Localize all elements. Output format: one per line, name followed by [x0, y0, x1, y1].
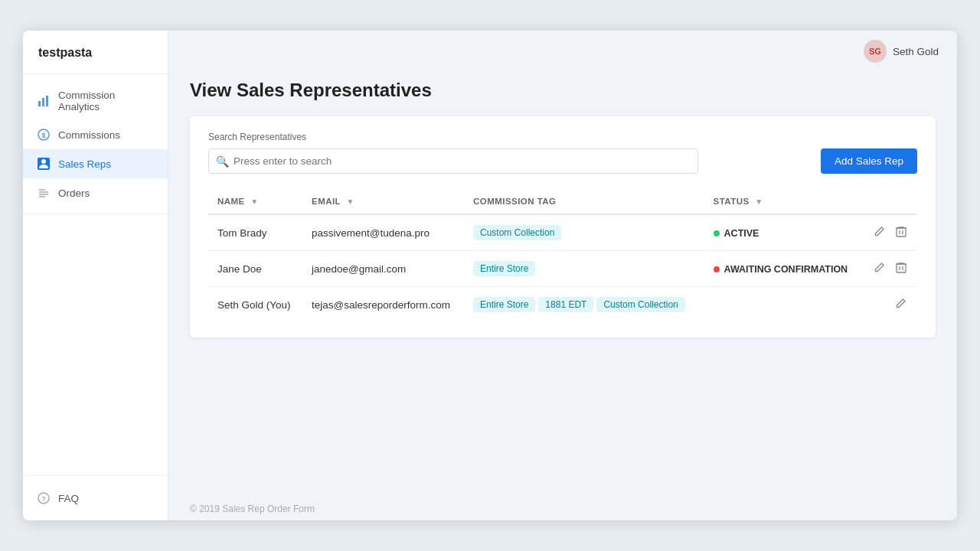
- delete-button[interactable]: [894, 224, 908, 241]
- commission-tag: Custom Collection: [596, 297, 684, 312]
- sidebar-item-sales-reps[interactable]: Sales Reps: [23, 149, 168, 178]
- user-info: SG Seth Gold: [864, 40, 939, 63]
- search-input[interactable]: [208, 148, 698, 174]
- table-wrapper: NAME ▼ EMAIL ▼ COMMISSION TAG: [208, 189, 917, 322]
- col-status[interactable]: STATUS ▼: [704, 189, 861, 214]
- cell-name: Seth Gold (You): [208, 287, 302, 323]
- svg-text:?: ?: [41, 495, 46, 503]
- svg-point-6: [41, 159, 46, 164]
- sidebar-label-sales-reps: Sales Reps: [58, 158, 111, 170]
- cell-actions: [861, 251, 917, 287]
- action-icons: [871, 224, 908, 241]
- col-commission-tag: COMMISSION TAG: [464, 189, 704, 214]
- col-actions: [861, 189, 917, 214]
- users-icon: [37, 157, 51, 171]
- status-text: ACTIVE: [724, 228, 760, 239]
- cell-status: [704, 287, 861, 323]
- edit-button[interactable]: [872, 260, 887, 277]
- table-header-row: NAME ▼ EMAIL ▼ COMMISSION TAG: [208, 189, 917, 214]
- commission-tag: Entire Store: [473, 297, 535, 312]
- table-row: Seth Gold (You)tejas@salesreporderform.c…: [208, 287, 917, 323]
- main-content: SG Seth Gold View Sales Representatives …: [168, 31, 957, 520]
- table-row: Tom Bradypassivement@tudena.proCustom Co…: [208, 214, 917, 251]
- action-icons: [871, 260, 908, 277]
- svg-text:$: $: [41, 132, 45, 139]
- sidebar-label-faq: FAQ: [58, 493, 79, 504]
- name-sort-arrow: ▼: [250, 197, 258, 206]
- sidebar-nav: Commission Analytics $ Commissions: [23, 74, 168, 228]
- cell-name: Jane Doe: [208, 251, 302, 287]
- svg-rect-1: [42, 98, 44, 106]
- col-name[interactable]: NAME ▼: [208, 189, 302, 214]
- status-dot: [714, 230, 720, 236]
- email-sort-arrow: ▼: [347, 197, 354, 206]
- cell-tags: Entire Store: [464, 251, 704, 287]
- search-label: Search Representatives: [208, 132, 917, 142]
- col-email[interactable]: EMAIL ▼: [302, 189, 464, 214]
- sidebar-bottom: ? FAQ: [23, 475, 168, 520]
- search-icon: 🔍: [216, 155, 229, 168]
- cell-status: AWAITING CONFIRMATION: [704, 251, 861, 287]
- main-card: Search Representatives 🔍 Add Sales Rep: [190, 116, 936, 337]
- svg-rect-0: [38, 101, 41, 106]
- sidebar-label-commissions: Commissions: [58, 129, 120, 141]
- add-sales-rep-button[interactable]: Add Sales Rep: [821, 148, 917, 174]
- status-sort-arrow: ▼: [755, 197, 763, 206]
- coin-icon: $: [37, 128, 51, 142]
- status-dot: [714, 266, 720, 272]
- svg-rect-13: [897, 228, 906, 236]
- status-badge: AWAITING CONFIRMATION: [714, 264, 848, 275]
- faq-icon: ?: [37, 491, 51, 505]
- orders-icon: [37, 186, 51, 200]
- avatar: SG: [864, 40, 887, 63]
- sidebar-item-orders[interactable]: Orders: [23, 178, 168, 207]
- chart-icon: [37, 94, 51, 108]
- sales-reps-table: NAME ▼ EMAIL ▼ COMMISSION TAG: [208, 189, 917, 322]
- status-text: AWAITING CONFIRMATION: [724, 264, 848, 275]
- sidebar-item-commissions[interactable]: $ Commissions: [23, 120, 168, 149]
- commission-tag: Entire Store: [473, 261, 535, 276]
- page-title: View Sales Representatives: [190, 80, 936, 101]
- sidebar-label-commission-analytics: Commission Analytics: [58, 90, 154, 112]
- cell-tags: Entire Store1881 EDTCustom Collection: [464, 287, 704, 323]
- topbar: SG Seth Gold: [168, 31, 957, 72]
- edit-button[interactable]: [872, 224, 887, 241]
- cell-status: ACTIVE: [704, 214, 861, 251]
- commission-tag: 1881 EDT: [538, 297, 593, 312]
- delete-button[interactable]: [894, 260, 908, 277]
- action-icons: [871, 296, 908, 313]
- cell-actions: [861, 214, 917, 251]
- cell-actions: [861, 287, 917, 323]
- sidebar-item-faq[interactable]: ? FAQ: [23, 484, 168, 513]
- table-row: Jane Doejanedoe@gmail.comEntire StoreAWA…: [208, 251, 917, 287]
- cell-name: Tom Brady: [208, 214, 302, 251]
- search-row: 🔍 Add Sales Rep: [208, 148, 917, 174]
- cell-email: janedoe@gmail.com: [302, 251, 464, 287]
- search-input-wrapper: 🔍: [208, 148, 698, 174]
- svg-rect-2: [46, 96, 48, 106]
- page-area: View Sales Representatives Search Repres…: [168, 72, 957, 490]
- footer: © 2019 Sales Rep Order Form: [168, 490, 957, 520]
- sidebar-item-commission-analytics[interactable]: Commission Analytics: [23, 82, 168, 120]
- status-badge: ACTIVE: [714, 228, 760, 239]
- cell-email: tejas@salesreporderform.com: [302, 287, 464, 323]
- cell-email: passivement@tudena.pro: [302, 214, 464, 251]
- sidebar: testpasta Commission Analytics: [23, 31, 168, 520]
- user-name: Seth Gold: [893, 46, 939, 57]
- sidebar-divider: [23, 214, 168, 214]
- sidebar-label-orders: Orders: [58, 187, 90, 199]
- edit-button[interactable]: [893, 296, 908, 313]
- svg-rect-14: [897, 264, 906, 272]
- app-container: testpasta Commission Analytics: [23, 31, 957, 520]
- commission-tag: Custom Collection: [473, 225, 561, 240]
- brand-name: testpasta: [23, 31, 168, 74]
- cell-tags: Custom Collection: [464, 214, 704, 251]
